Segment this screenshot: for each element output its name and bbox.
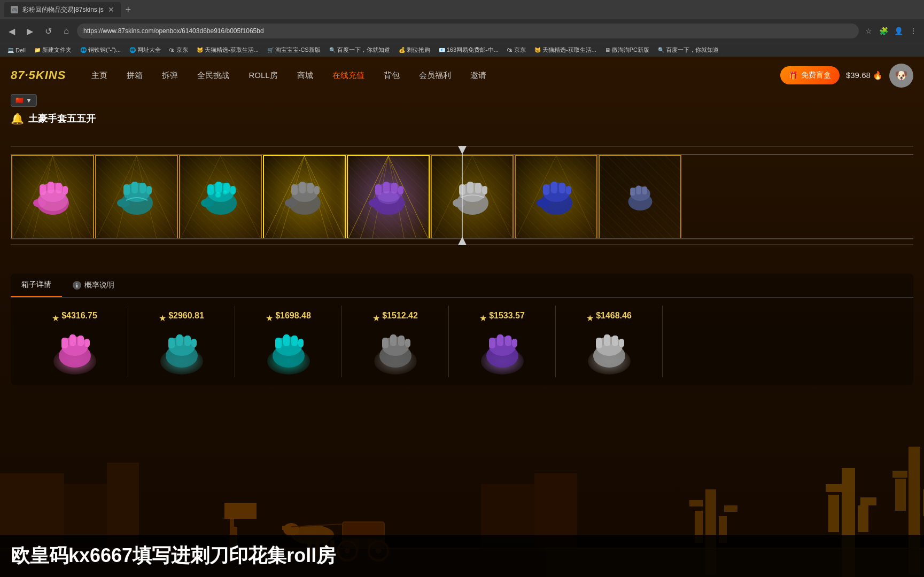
svg-rect-130	[566, 186, 571, 194]
nav-backpack[interactable]: 背包	[374, 57, 409, 94]
item-4-star: ★	[372, 313, 380, 323]
bookmark-4[interactable]: 🐱天猫精选-获取生活...	[193, 45, 262, 55]
center-line	[462, 154, 463, 239]
bookmark-icon: 💻	[7, 47, 14, 53]
svg-rect-177	[604, 334, 610, 346]
bookmark-6[interactable]: 🔍百度一下，你就知道	[326, 45, 393, 55]
fire-icon: 🔥	[873, 71, 883, 80]
item-5-glove-svg	[476, 326, 529, 375]
language-selector[interactable]: 🇨🇳 ▼	[11, 94, 37, 107]
settings-icon[interactable]: ⋮	[907, 25, 920, 37]
item-2-glove-svg	[155, 326, 208, 375]
item-3-glove-svg	[262, 326, 315, 375]
box-details-tabs: 箱子详情 ℹ 概率说明	[11, 274, 913, 298]
glove-pink-svg	[26, 176, 80, 219]
tab-probability[interactable]: ℹ 概率说明	[62, 274, 125, 297]
nav-roll[interactable]: ROLL房	[239, 57, 287, 94]
svg-rect-135	[636, 186, 641, 195]
box-details-section: 箱子详情 ℹ 概率说明 ★ $4316.75	[11, 274, 913, 385]
bookmark-3[interactable]: 🛍京东	[166, 45, 191, 55]
bookmark-12[interactable]: 🔍百度一下，你就知道	[655, 45, 722, 55]
bookmark-1[interactable]: 🌐钢铁钢("-")...	[77, 45, 124, 55]
svg-rect-142	[69, 334, 76, 346]
page-title: 土豪手套五五开	[28, 112, 96, 125]
reel-section	[0, 141, 924, 252]
extensions-icon[interactable]: 🧩	[877, 25, 890, 37]
svg-point-20	[283, 523, 299, 536]
bookmark-dell[interactable]: 💻Dell	[4, 46, 29, 54]
svg-rect-150	[184, 336, 191, 346]
svg-rect-170	[497, 334, 503, 346]
svg-rect-158	[298, 339, 304, 347]
bookmark-5[interactable]: 🛒淘宝宝宝-CS新版	[264, 45, 324, 55]
nav-bomb[interactable]: 拆弹	[152, 57, 188, 94]
bookmark-9[interactable]: 🛍京东	[504, 45, 529, 55]
lang-flag: 🇨🇳	[15, 97, 24, 104]
site-logo[interactable]: 87·5KINS	[11, 68, 66, 82]
item-3-glove	[262, 329, 315, 372]
item-1-price: $4316.75	[61, 311, 97, 321]
svg-point-96	[285, 199, 298, 207]
reel-item-1	[11, 155, 94, 239]
bk-icon-1: 🌐	[80, 47, 87, 53]
nav-member[interactable]: 会员福利	[409, 57, 461, 94]
svg-rect-157	[291, 336, 298, 346]
item-card-4: ★ $1512.42	[342, 306, 449, 377]
item-4-price: $1512.42	[382, 311, 418, 321]
nav-home[interactable]: 主页	[82, 57, 117, 94]
bookmark-2[interactable]: 🌐网址大全	[126, 45, 164, 55]
svg-rect-27	[724, 505, 737, 512]
new-tab-button[interactable]: +	[121, 2, 136, 17]
nav-shop[interactable]: 商城	[288, 57, 323, 94]
svg-rect-76	[207, 184, 214, 195]
reel-item-2	[95, 155, 178, 239]
nav-recharge[interactable]: 在线充值	[323, 57, 374, 94]
glove-gray-svg	[278, 176, 331, 219]
glove-dark-svg	[619, 182, 662, 214]
browser-address-bar: ◀ ▶ ↺ ⌂ ☆ 🧩 👤 ⋮	[0, 19, 924, 43]
bk-icon-2: 🌐	[129, 47, 136, 53]
glove-teal2-svg	[194, 176, 247, 219]
bookmark-star-icon[interactable]: ☆	[862, 25, 875, 37]
forward-button[interactable]: ▶	[22, 24, 37, 38]
bk-icon-4: 🐱	[197, 47, 203, 53]
glove-blue-svg	[530, 176, 583, 219]
tab-box-details[interactable]: 箱子详情	[11, 274, 62, 297]
bookmark-10[interactable]: 🐱天猫精选-获取生活...	[531, 45, 600, 55]
svg-rect-32	[860, 497, 876, 505]
browser-tab-active[interactable]: 🎮 彩粉回的物品交易|87skins.js ✕	[4, 2, 121, 17]
tab-close-button[interactable]: ✕	[108, 5, 114, 14]
item-1-glove	[48, 329, 102, 372]
reel-item-5-center	[347, 155, 430, 239]
address-input[interactable]	[77, 24, 859, 38]
svg-point-111	[378, 191, 399, 204]
reel-item-7	[515, 155, 597, 239]
svg-rect-31	[826, 484, 842, 492]
svg-rect-179	[619, 339, 624, 347]
user-profile-icon[interactable]: 👤	[892, 25, 905, 37]
browser-chrome: 🎮 彩粉回的物品交易|87skins.js ✕ + ◀ ▶ ↺ ⌂ ☆ 🧩 👤 …	[0, 0, 924, 43]
top-indicator	[457, 146, 468, 157]
svg-rect-119	[475, 183, 482, 193]
bookmark-folder[interactable]: 📁新建文件夹	[31, 45, 75, 55]
svg-rect-141	[61, 338, 68, 348]
svg-rect-165	[405, 339, 410, 347]
refresh-button[interactable]: ↺	[41, 24, 56, 38]
nav-invite[interactable]: 邀请	[461, 57, 496, 94]
bookmark-7[interactable]: 💰剩位抢购	[395, 45, 433, 55]
bk-icon-10: 🐱	[534, 47, 541, 53]
svg-rect-144	[84, 339, 90, 347]
bookmark-11[interactable]: 🖥微淘淘PC新版	[602, 45, 653, 55]
browser-tab-bar: 🎮 彩粉回的物品交易|87skins.js ✕ +	[0, 0, 924, 19]
balance-display: $39.68 🔥	[846, 71, 883, 80]
item-card-5: ★ $1533.57	[449, 306, 556, 377]
back-button[interactable]: ◀	[4, 24, 19, 38]
bookmark-8[interactable]: 📧163网易免费邮-中...	[436, 45, 502, 55]
free-box-button[interactable]: 🎁 免费盲盒	[780, 66, 840, 84]
reel-item-4	[263, 155, 346, 239]
nav-challenge[interactable]: 全民挑战	[188, 57, 239, 94]
nav-box-combine[interactable]: 拼箱	[117, 57, 152, 94]
user-avatar[interactable]: 🐶	[889, 64, 913, 88]
svg-rect-21	[282, 526, 293, 530]
home-button[interactable]: ⌂	[59, 24, 74, 38]
